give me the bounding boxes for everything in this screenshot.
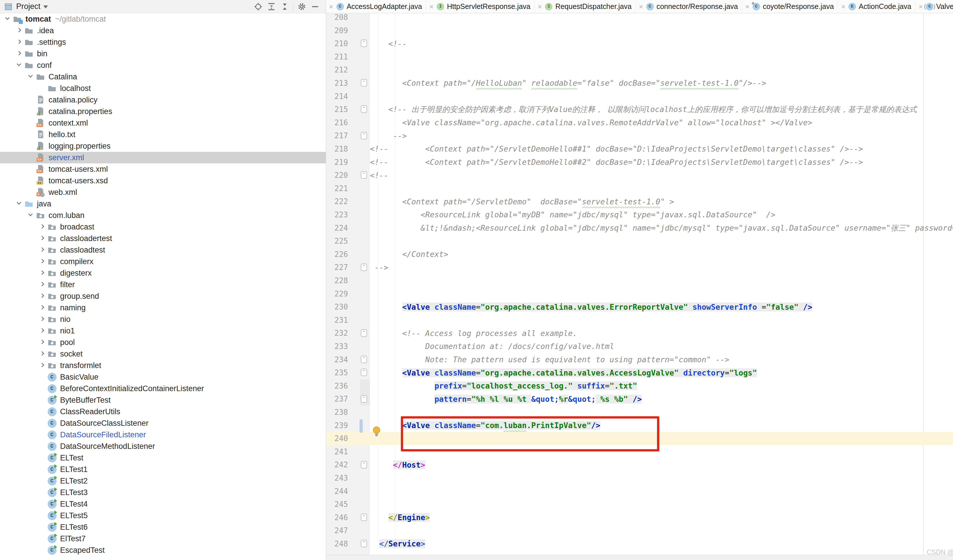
tab-close-icon[interactable]: × xyxy=(538,3,542,10)
chevron-right-icon[interactable] xyxy=(38,349,47,358)
code-editor[interactable]: 208209210˅ <!--211212213˄ <Context path=… xyxy=(326,13,953,555)
breadcrumb-item[interactable]: ▪ ▫ ▪ xyxy=(482,558,501,560)
tree-item-java[interactable]: java xyxy=(0,198,326,209)
tree-item-nio1[interactable]: nio1 xyxy=(0,325,326,337)
breadcrumb-item[interactable]: ▪ ▫ ▪ xyxy=(444,558,475,560)
fold-marker-icon[interactable]: ˄ xyxy=(361,461,367,468)
tree-item-beforecontextinitializedcontainerlistener[interactable]: CBeforeContextInitializedContainerListen… xyxy=(0,383,326,394)
expand-collapse-icon[interactable] xyxy=(278,0,292,13)
chevron-down-icon[interactable] xyxy=(15,200,24,208)
chevron-down-icon[interactable] xyxy=(43,6,48,8)
chevron-right-icon[interactable] xyxy=(38,303,47,312)
fold-marker-icon[interactable]: ˄ xyxy=(361,540,367,547)
collapse-all-icon[interactable] xyxy=(265,0,278,13)
editor-tab[interactable]: ×IRequestDispatcher.java xyxy=(535,0,636,13)
tab-close-icon[interactable]: × xyxy=(639,3,643,10)
chevron-right-icon[interactable] xyxy=(38,246,47,254)
tree-item-datasourcefiledlistener[interactable]: CDataSourceFiledListener xyxy=(0,429,326,441)
fold-marker-icon[interactable]: ˄ xyxy=(361,79,367,87)
editor-tab[interactable]: ×CAccessLogAdapter.java xyxy=(326,0,426,13)
tree-item-eltest3[interactable]: CELTest3 xyxy=(0,487,326,498)
chevron-right-icon[interactable] xyxy=(38,361,47,370)
tree-item-classloadertest[interactable]: classloadertest xyxy=(0,233,326,244)
fold-marker-icon[interactable]: ˅ xyxy=(361,40,367,47)
chevron-right-icon[interactable] xyxy=(38,280,47,289)
hide-panel-icon[interactable] xyxy=(309,0,322,13)
chevron-down-icon[interactable] xyxy=(3,15,12,23)
tree-item-conf[interactable]: conf xyxy=(0,59,326,71)
chevron-right-icon[interactable] xyxy=(38,326,47,335)
tree-item-datasourcemethodlistener[interactable]: CDataSourceMethodListener xyxy=(0,441,326,452)
chevron-right-icon[interactable] xyxy=(38,234,47,243)
tree-item-eltest6[interactable]: CELTest6 xyxy=(0,521,326,533)
tree-item-catalina[interactable]: Catalina xyxy=(0,71,326,82)
tree-item-localhost[interactable]: localhost xyxy=(0,82,326,94)
editor-tab[interactable]: ×EActionCode.java xyxy=(838,0,916,13)
panel-title[interactable]: Project xyxy=(16,2,40,11)
fold-marker-icon[interactable]: ˄ xyxy=(361,356,367,363)
locate-icon[interactable] xyxy=(251,0,265,13)
breadcrumb-item[interactable]: ▪ ▫ ▪ xyxy=(406,558,434,560)
tree-item-group-send[interactable]: group.send xyxy=(0,290,326,302)
tree-item-eltest[interactable]: CELTest xyxy=(0,452,326,464)
editor-tab[interactable]: ×IHttpServletResponse.java xyxy=(426,0,534,13)
tree-item-transformlet[interactable]: transformlet xyxy=(0,360,326,371)
tree-item-escapedtest[interactable]: CEscapedTest xyxy=(0,544,326,556)
tree-item-context-xml[interactable]: <>context.xml xyxy=(0,117,326,129)
tree-item-datasourceclasslistener[interactable]: CDataSourceClassListener xyxy=(0,417,326,429)
breadcrumb-item[interactable]: ▪ ▫ ▪ xyxy=(369,558,394,560)
tab-close-icon[interactable]: × xyxy=(329,3,333,10)
chevron-right-icon[interactable] xyxy=(15,38,24,47)
tree-item-naming[interactable]: naming xyxy=(0,302,326,313)
chevron-down-icon[interactable] xyxy=(26,73,35,81)
editor-tab[interactable]: ×(C)Valve.java xyxy=(916,0,953,13)
tree-item-filter[interactable]: filter xyxy=(0,279,326,290)
tree-item--idea[interactable]: .idea xyxy=(0,25,326,36)
tree-item-eltest1[interactable]: CELTest1 xyxy=(0,464,326,475)
fold-marker-icon[interactable]: ˄ xyxy=(361,264,367,271)
tree-item-socket[interactable]: socket xyxy=(0,348,326,360)
tree-item-server-xml[interactable]: <>server.xml xyxy=(0,152,326,163)
tree-item-eltest5[interactable]: CELTest5 xyxy=(0,510,326,521)
chevron-right-icon[interactable] xyxy=(38,269,47,278)
fold-marker-icon[interactable]: ˅ xyxy=(361,171,367,179)
tree-item-tomcat-users-xsd[interactable]: xstomcat-users.xsd xyxy=(0,175,326,186)
fold-marker-icon[interactable]: ˅ xyxy=(361,369,367,376)
chevron-right-icon[interactable] xyxy=(38,223,47,231)
tree-item-nio[interactable]: nio xyxy=(0,313,326,325)
editor-tab[interactable]: ×Cconnector/Response.java xyxy=(636,0,742,13)
tree-item-eltest4[interactable]: CELTest4 xyxy=(0,498,326,510)
tree-item-catalina-properties[interactable]: catalina.properties xyxy=(0,105,326,117)
fold-marker-icon[interactable]: ˄ xyxy=(361,395,367,403)
tab-close-icon[interactable]: × xyxy=(919,3,923,10)
tree-item-catalina-policy[interactable]: catalina.policy xyxy=(0,94,326,105)
tab-close-icon[interactable]: × xyxy=(745,3,750,10)
intention-bulb-icon[interactable] xyxy=(372,426,382,439)
tree-item-basicvalue[interactable]: CBasicValue xyxy=(0,371,326,383)
fold-marker-icon[interactable]: ˅ xyxy=(361,105,367,113)
fold-marker-icon[interactable]: ˅ xyxy=(361,329,367,337)
tree-item-hello-txt[interactable]: hello.txt xyxy=(0,129,326,140)
tree-item-bin[interactable]: bin xyxy=(0,48,326,59)
tree-item-tomcat-users-xml[interactable]: <>tomcat-users.xml xyxy=(0,163,326,175)
tree-item-logging-properties[interactable]: logging.properties xyxy=(0,140,326,152)
fold-marker-icon[interactable]: ˄ xyxy=(361,132,367,140)
chevron-right-icon[interactable] xyxy=(38,257,47,266)
chevron-down-icon[interactable] xyxy=(15,61,24,70)
fold-marker-icon[interactable]: ˄ xyxy=(361,513,367,521)
tree-item--settings[interactable]: .settings xyxy=(0,36,326,48)
editor-tab[interactable]: ×Ccoyote/Response.java xyxy=(742,0,838,13)
chevron-right-icon[interactable] xyxy=(15,50,24,58)
chevron-right-icon[interactable] xyxy=(15,26,24,35)
tree-item-pool[interactable]: pool xyxy=(0,337,326,348)
tree-item-classloadtest[interactable]: classloadtest xyxy=(0,244,326,256)
tree-item-bytebuffertest[interactable]: CByteBufferTest xyxy=(0,394,326,406)
chevron-right-icon[interactable] xyxy=(38,338,47,347)
tab-close-icon[interactable]: × xyxy=(841,3,845,10)
tree-item-digesterx[interactable]: digesterx xyxy=(0,267,326,279)
settings-gear-icon[interactable] xyxy=(295,0,309,13)
tree-item-com-luban[interactable]: com.luban xyxy=(0,209,326,221)
tree-item-compilerx[interactable]: compilerx xyxy=(0,256,326,267)
tree-item-eltest7[interactable]: CElTest7 xyxy=(0,533,326,544)
chevron-right-icon[interactable] xyxy=(38,292,47,301)
